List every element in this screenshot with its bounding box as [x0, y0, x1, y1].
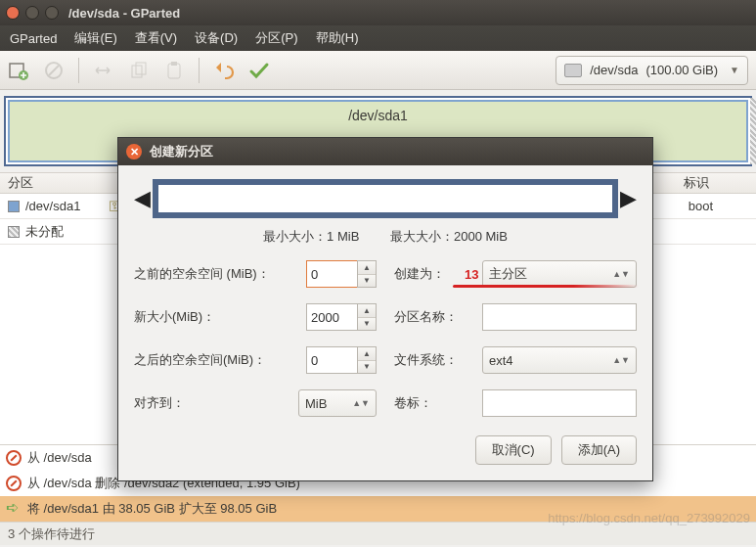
column-partition[interactable]: 分区: [0, 174, 108, 192]
new-size-spin[interactable]: ▲▼: [306, 303, 377, 331]
titlebar: /dev/sda - GParted: [0, 0, 756, 25]
create-as-combo[interactable]: 主分区 ▲▼: [482, 260, 637, 288]
chevron-down-icon: ▼: [730, 65, 739, 75]
partition-flag: boot: [689, 199, 713, 213]
menu-help[interactable]: 帮助(H): [316, 29, 359, 47]
size-limits: 最小大小：1 MiB 最大大小：2000 MiB: [134, 228, 637, 246]
menubar: GParted 编辑(E) 查看(V) 设备(D) 分区(P) 帮助(H): [0, 25, 756, 51]
svg-line-3: [49, 66, 59, 75]
slider-track[interactable]: [153, 179, 618, 218]
svg-rect-5: [136, 63, 146, 74]
window-maximize-icon[interactable]: [45, 6, 59, 20]
spin-down-icon[interactable]: ▼: [358, 361, 376, 374]
volume-label-input[interactable]: [482, 389, 637, 417]
menu-gparted[interactable]: GParted: [10, 31, 57, 46]
window-minimize-icon[interactable]: [25, 6, 39, 20]
forbid-icon: [6, 450, 22, 466]
add-button[interactable]: 添加(A): [561, 435, 637, 465]
new-size-input[interactable]: [306, 303, 357, 331]
window-close-icon[interactable]: [6, 6, 20, 20]
menu-view[interactable]: 查看(V): [135, 29, 177, 47]
operation-text: 从 /dev/sda: [27, 449, 92, 467]
free-before-input[interactable]: [306, 260, 357, 288]
dialog-titlebar: ✕ 创建新分区: [118, 138, 652, 165]
svg-rect-4: [132, 66, 142, 77]
forbid-icon: [6, 476, 22, 491]
device-path: /dev/sda: [590, 63, 638, 77]
operation-text: 将 /dev/sda1 由 38.05 GiB 扩大至 98.05 GiB: [27, 500, 277, 518]
free-after-spin[interactable]: ▲▼: [306, 346, 377, 374]
menu-partition[interactable]: 分区(P): [255, 29, 297, 47]
filesystem-value: ext4: [489, 353, 513, 368]
spin-down-icon[interactable]: ▼: [358, 275, 376, 288]
dialog-close-button[interactable]: ✕: [126, 144, 142, 160]
new-size-label: 新大小(MiB)：: [134, 308, 306, 326]
free-after-input[interactable]: [306, 346, 357, 374]
volume-label-label: 卷标：: [394, 394, 482, 412]
disk-icon: [564, 64, 582, 77]
paste-icon: [163, 60, 185, 81]
new-partition-icon[interactable]: [8, 60, 29, 81]
undo-icon[interactable]: [213, 60, 235, 81]
disk-map-unallocated[interactable]: [750, 98, 756, 164]
chevron-updown-icon: ▲▼: [352, 398, 370, 408]
free-before-spin[interactable]: ▲▼: [306, 260, 377, 288]
window-title: /dev/sda - GParted: [68, 6, 180, 21]
slider-right-arrow-icon[interactable]: ▶: [620, 186, 637, 211]
partition-swatch-icon: [8, 201, 20, 212]
size-slider[interactable]: ◀ ▶: [134, 179, 637, 218]
slider-left-arrow-icon[interactable]: ◀: [134, 186, 151, 211]
svg-rect-6: [168, 64, 180, 78]
partition-name: 未分配: [25, 223, 109, 241]
free-before-label: 之前的空余空间 (MiB)：: [134, 265, 306, 283]
delete-icon: [43, 60, 65, 81]
svg-rect-7: [171, 62, 177, 66]
filesystem-label: 文件系统：: [394, 351, 482, 369]
filesystem-combo[interactable]: ext4 ▲▼: [482, 346, 637, 374]
spin-up-icon[interactable]: ▲: [358, 261, 376, 275]
chevron-updown-icon: ▲▼: [612, 269, 630, 279]
menu-edit[interactable]: 编辑(E): [74, 29, 116, 47]
copy-icon: [128, 60, 150, 81]
device-selector[interactable]: /dev/sda (100.00 GiB) ▼: [556, 56, 748, 85]
resize-arrow-icon: [6, 501, 22, 517]
partition-name-input[interactable]: [482, 303, 637, 331]
free-after-label: 之后的空余空间(MiB)：: [134, 351, 306, 369]
annotation-underline: [453, 285, 639, 288]
chevron-updown-icon: ▲▼: [612, 355, 630, 365]
spin-down-icon[interactable]: ▼: [358, 318, 376, 331]
watermark: https://blog.csdn.net/qq_273992029: [548, 511, 750, 525]
menu-device[interactable]: 设备(D): [195, 29, 238, 47]
dialog-title: 创建新分区: [150, 143, 213, 160]
spin-up-icon[interactable]: ▲: [358, 304, 376, 318]
partition-name-label: 分区名称：: [394, 308, 482, 326]
apply-icon[interactable]: [248, 60, 270, 81]
resize-icon: [93, 60, 114, 81]
spin-up-icon[interactable]: ▲: [358, 347, 376, 361]
create-partition-dialog: ✕ 创建新分区 ◀ ▶ 最小大小：1 MiB 最大大小：2000 MiB 之前的…: [117, 137, 653, 481]
annotation-number: 13: [465, 267, 478, 282]
unallocated-swatch-icon: [8, 226, 20, 238]
status-text: 3 个操作待进行: [8, 525, 95, 543]
align-value: MiB: [305, 396, 327, 411]
cancel-button[interactable]: 取消(C): [475, 435, 552, 465]
create-as-value: 主分区: [489, 265, 527, 283]
disk-map-partition-label: /dev/sda1: [6, 108, 750, 123]
align-label: 对齐到：: [134, 394, 298, 412]
device-size: (100.00 GiB): [645, 63, 718, 77]
partition-name: /dev/sda1: [25, 199, 109, 213]
toolbar: /dev/sda (100.00 GiB) ▼: [0, 51, 756, 90]
align-combo[interactable]: MiB ▲▼: [298, 389, 377, 417]
